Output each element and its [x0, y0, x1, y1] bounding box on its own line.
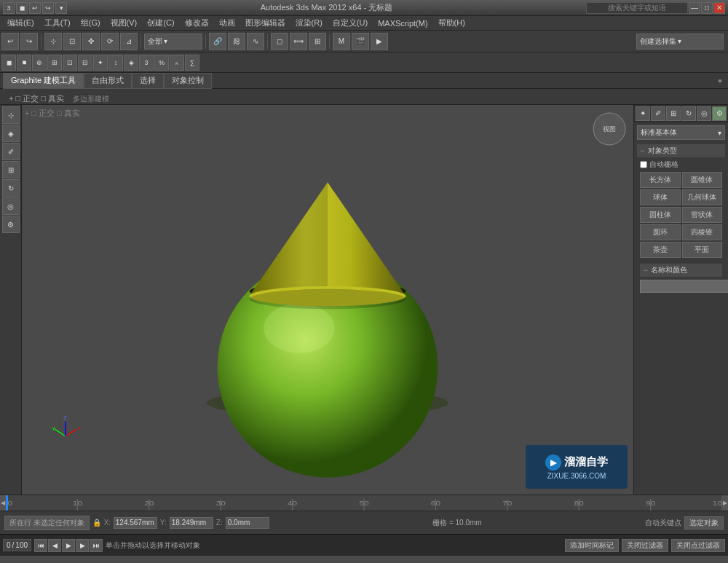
- btn-pyramid[interactable]: 四棱锥: [682, 224, 723, 240]
- timeline-handle-right[interactable]: ▶: [722, 495, 728, 511]
- lt-create[interactable]: ◈: [2, 125, 20, 142]
- bind-space-warp[interactable]: ∿: [247, 33, 264, 50]
- quick-access-dropdown[interactable]: ▾: [55, 2, 67, 14]
- toolbar2-btn4[interactable]: ⊞: [47, 55, 62, 71]
- btn-cone[interactable]: 圆锥体: [682, 172, 723, 188]
- name-section-collapse[interactable]: −: [643, 265, 648, 275]
- toolbar2-btn1[interactable]: ◼: [1, 55, 16, 71]
- lt-utilities[interactable]: ⚙: [2, 216, 20, 233]
- viewport[interactable]: + □ 正交 □ 真实 视图 X Y Z ▶: [22, 105, 633, 495]
- toolbar2-btn10[interactable]: 3: [139, 55, 154, 71]
- panel-icon-display[interactable]: ◎: [697, 106, 711, 121]
- lt-modify[interactable]: ✐: [2, 143, 20, 160]
- primitive-type-dropdown[interactable]: 标准基本体 ▾: [637, 125, 725, 140]
- render-setup[interactable]: 🎬: [352, 33, 369, 50]
- panel-icon-create[interactable]: ✦: [636, 106, 650, 121]
- btn-tube[interactable]: 管状体: [682, 207, 723, 223]
- autogrid-checkbox[interactable]: [640, 161, 647, 168]
- toolbar2-btn5[interactable]: ⊡: [63, 55, 77, 71]
- rotate-button[interactable]: ⟳: [101, 33, 119, 50]
- menu-animation[interactable]: 动画: [215, 16, 240, 30]
- panel-icon-modify[interactable]: ✐: [651, 106, 665, 121]
- tab-select[interactable]: 选择: [132, 73, 164, 89]
- y-input[interactable]: [170, 517, 213, 529]
- restore-button[interactable]: □: [701, 2, 713, 14]
- unlink-button[interactable]: ⛓: [228, 33, 245, 50]
- add-key-button[interactable]: 添加时间标记: [565, 539, 619, 552]
- scale-button[interactable]: ⊿: [120, 33, 138, 50]
- btn-torus[interactable]: 圆环: [640, 224, 681, 240]
- menu-view[interactable]: 视图(V): [106, 16, 142, 30]
- toolbar2-btn8[interactable]: ↕: [108, 55, 123, 71]
- mirror-button[interactable]: ⟺: [290, 33, 307, 50]
- link-button[interactable]: 🔗: [209, 33, 226, 50]
- navigation-cube[interactable]: 视图: [593, 112, 626, 146]
- x-input[interactable]: [114, 517, 157, 529]
- lt-display[interactable]: ◎: [2, 197, 20, 215]
- toolbar2-btn13[interactable]: ∑: [185, 55, 199, 71]
- material-editor[interactable]: M: [333, 33, 350, 50]
- toolbar2-btn7[interactable]: ✦: [93, 55, 108, 71]
- lt-motion[interactable]: ↻: [2, 179, 20, 197]
- timeline-handle-left[interactable]: ◀: [0, 495, 6, 511]
- btn-box[interactable]: 长方体: [640, 172, 681, 188]
- panel-icon-hierarchy[interactable]: ⊞: [666, 106, 681, 121]
- undo-button[interactable]: ↩: [1, 33, 19, 50]
- menu-group[interactable]: 组(G): [76, 16, 105, 30]
- next-frame-button[interactable]: ▶: [76, 539, 89, 552]
- z-input[interactable]: [226, 517, 269, 529]
- menu-modifiers[interactable]: 修改器: [181, 16, 213, 30]
- menu-customize[interactable]: 自定义(U): [328, 16, 372, 30]
- search-box[interactable]: 搜索关键字或短语: [586, 2, 688, 14]
- btn-sphere[interactable]: 球体: [640, 189, 681, 205]
- btn-teapot[interactable]: 茶壶: [640, 242, 681, 258]
- go-end-button[interactable]: ⏭: [90, 539, 103, 552]
- prev-frame-button[interactable]: ◀: [48, 539, 61, 552]
- timeline-playhead[interactable]: [6, 495, 8, 511]
- panel-icon-utilities[interactable]: ⚙: [712, 106, 727, 121]
- quick-access-2[interactable]: ↩: [29, 2, 41, 14]
- btn-plane[interactable]: 平面: [682, 242, 723, 258]
- play-button[interactable]: ▶: [62, 539, 75, 552]
- redo-button[interactable]: ↪: [20, 33, 38, 50]
- select-button[interactable]: ⊹: [44, 33, 62, 50]
- selection-filter-dropdown[interactable]: 全部 ▾: [144, 34, 202, 50]
- tab-graphite[interactable]: Graphite 建模工具: [3, 73, 84, 89]
- filters-button[interactable]: 关闭过滤器: [622, 539, 668, 552]
- menu-help[interactable]: 帮助(H): [434, 16, 470, 30]
- toolbar2-btn9[interactable]: ◈: [124, 55, 138, 71]
- tab-freeform[interactable]: 自由形式: [84, 73, 132, 89]
- quick-access-3[interactable]: ↪: [42, 2, 54, 14]
- align-button[interactable]: ⊞: [309, 33, 326, 50]
- named-selection-dropdown[interactable]: 创建选择集 ▾: [636, 34, 724, 50]
- timeline-track[interactable]: 0 10 20 30 40 50 60 70 80 90 100: [6, 495, 722, 511]
- object-name-input[interactable]: [640, 280, 728, 293]
- select-region-button[interactable]: ⊡: [63, 33, 81, 50]
- tab-object-paint[interactable]: 对象控制: [164, 73, 212, 89]
- set-key-button[interactable]: 选定对象: [684, 516, 724, 529]
- move-button[interactable]: ✜: [82, 33, 100, 50]
- close-button[interactable]: ✕: [713, 2, 725, 14]
- menu-edit[interactable]: 编辑(E): [3, 16, 39, 30]
- select-all[interactable]: ◻: [271, 33, 288, 50]
- render-button[interactable]: ▶: [371, 33, 388, 50]
- close-filters-button[interactable]: 关闭点过滤器: [671, 539, 725, 552]
- toolbar2-btn12[interactable]: ₙ: [170, 55, 184, 71]
- menu-graph-editors[interactable]: 图形编辑器: [241, 16, 290, 30]
- minimize-button[interactable]: —: [689, 2, 700, 14]
- go-start-button[interactable]: ⏮: [34, 539, 47, 552]
- btn-cylinder[interactable]: 圆柱体: [640, 207, 681, 223]
- btn-geosphere[interactable]: 几何球体: [682, 189, 723, 205]
- section-collapse-icon[interactable]: −: [640, 146, 645, 156]
- panel-icon-motion[interactable]: ↻: [681, 106, 696, 121]
- menu-render[interactable]: 渲染(R): [291, 16, 327, 30]
- lt-select[interactable]: ⊹: [2, 106, 20, 124]
- lock-icon[interactable]: 🔒: [92, 519, 101, 527]
- quick-access-1[interactable]: ◼: [16, 2, 28, 14]
- toolbar2-btn2[interactable]: ◽: [17, 55, 31, 71]
- toolbar2-btn6[interactable]: ⊟: [78, 55, 92, 71]
- timeline[interactable]: ◀ 0 10 20 30 40 50 60 70 80 90: [0, 495, 728, 511]
- lt-hierarchy[interactable]: ⊞: [2, 161, 20, 178]
- menu-create[interactable]: 创建(C): [143, 16, 178, 30]
- menu-maxscript[interactable]: MAXScript(M): [373, 17, 432, 29]
